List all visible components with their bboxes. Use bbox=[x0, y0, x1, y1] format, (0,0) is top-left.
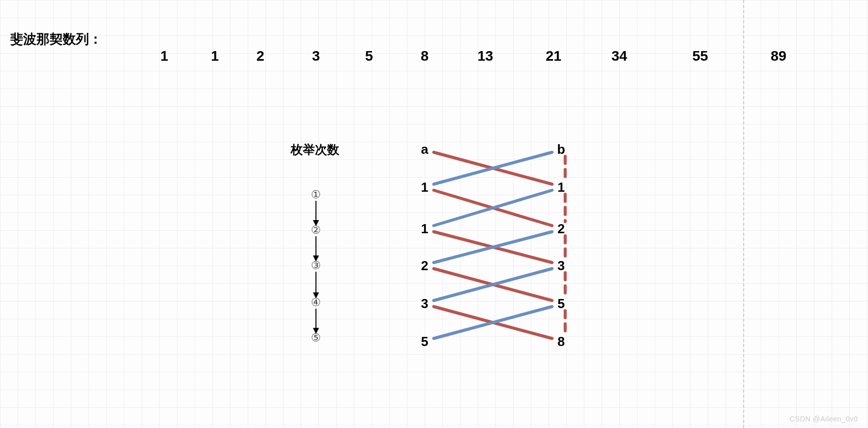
iteration-step: ④ bbox=[311, 296, 321, 309]
fib-number: 34 bbox=[611, 48, 627, 64]
iteration-step: ② bbox=[311, 224, 321, 237]
subheader-enum: 枚举次数 bbox=[291, 142, 339, 158]
fib-number: 55 bbox=[692, 48, 708, 64]
col-a-value: 3 bbox=[421, 296, 428, 312]
col-b-value: 5 bbox=[558, 296, 565, 312]
fib-number: 89 bbox=[770, 48, 786, 64]
fib-number: 3 bbox=[312, 48, 320, 64]
fib-number: 2 bbox=[256, 48, 264, 64]
col-a-value: 1 bbox=[421, 180, 428, 195]
dashed-divider bbox=[743, 0, 744, 428]
page-title: 斐波那契数列： bbox=[10, 30, 102, 48]
grid-background bbox=[0, 0, 868, 428]
col-a-value: 1 bbox=[421, 221, 428, 237]
iteration-step: ① bbox=[311, 188, 321, 201]
watermark: CSDN @Aileen_0v0 bbox=[790, 415, 858, 423]
fib-number: 13 bbox=[477, 48, 493, 64]
fib-number: 5 bbox=[365, 48, 373, 64]
column-a-header: a bbox=[421, 142, 428, 157]
iteration-step: ⑤ bbox=[311, 331, 321, 345]
fib-number: 1 bbox=[160, 48, 168, 64]
col-a-value: 5 bbox=[421, 334, 428, 350]
col-b-value: 2 bbox=[558, 221, 565, 237]
iteration-step: ③ bbox=[311, 259, 321, 272]
column-b-header: b bbox=[557, 142, 565, 157]
fib-number: 1 bbox=[211, 48, 219, 64]
fib-number: 21 bbox=[545, 48, 561, 64]
col-b-value: 8 bbox=[558, 334, 565, 350]
fib-number: 8 bbox=[421, 48, 429, 64]
col-b-value: 3 bbox=[558, 258, 565, 274]
col-b-value: 1 bbox=[558, 180, 565, 195]
col-a-value: 2 bbox=[421, 258, 428, 274]
